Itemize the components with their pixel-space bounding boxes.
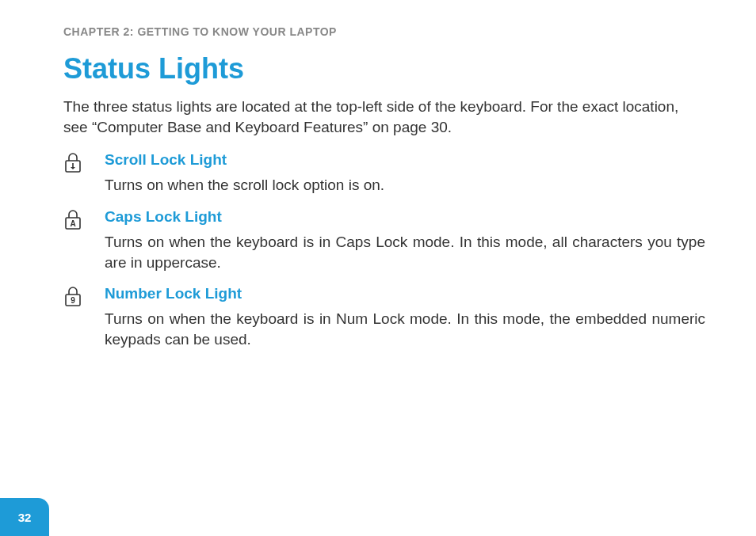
page-title: Status Lights — [63, 52, 705, 86]
svg-text:A: A — [70, 219, 75, 228]
num-lock-icon: 9 — [63, 285, 86, 307]
item-description: Turns on when the keyboard is in Num Loc… — [105, 309, 705, 349]
item-description: Turns on when the keyboard is in Caps Lo… — [105, 232, 705, 272]
page-number: 32 — [0, 498, 49, 536]
status-lights-list: Scroll Lock Light Turns on when the scro… — [63, 151, 705, 357]
list-item: 9 Number Lock Light Turns on when the ke… — [63, 285, 705, 357]
item-description: Turns on when the scroll lock option is … — [105, 175, 705, 196]
scroll-lock-icon — [63, 151, 86, 173]
list-item: A Caps Lock Light Turns on when the keyb… — [63, 208, 705, 280]
item-title: Scroll Lock Light — [105, 151, 705, 169]
list-item: Scroll Lock Light Turns on when the scro… — [63, 151, 705, 203]
intro-paragraph: The three status lights are located at t… — [63, 97, 705, 137]
svg-text:9: 9 — [71, 296, 75, 305]
item-title: Number Lock Light — [105, 285, 705, 302]
caps-lock-icon: A — [63, 208, 86, 230]
item-title: Caps Lock Light — [105, 208, 705, 226]
document-page: CHAPTER 2: GETTING TO KNOW YOUR LAPTOP S… — [0, 0, 756, 536]
chapter-label: CHAPTER 2: GETTING TO KNOW YOUR LAPTOP — [63, 25, 705, 38]
